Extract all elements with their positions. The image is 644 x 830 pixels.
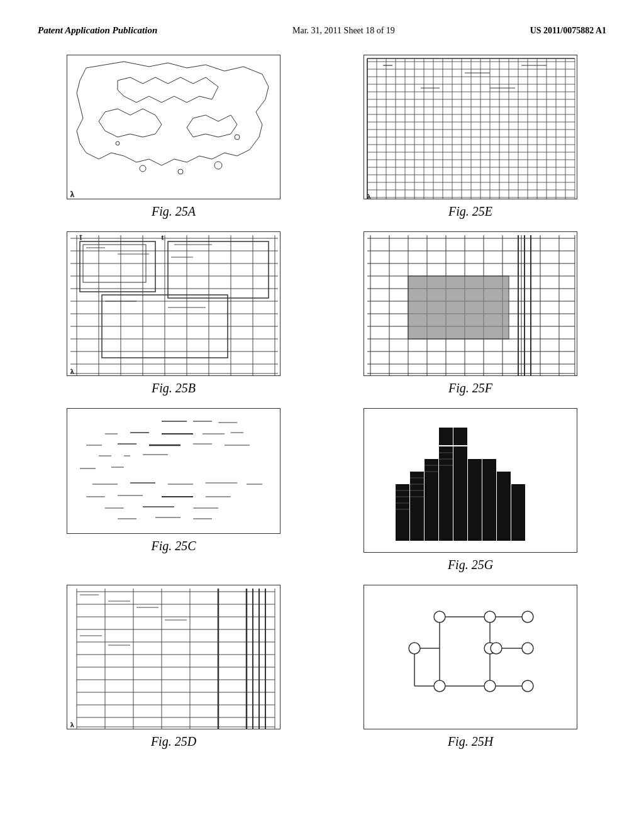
figure-25d-box: λ — [67, 585, 280, 729]
svg-text:λ: λ — [70, 721, 74, 728]
figure-25f-box — [364, 231, 577, 376]
figure-25c-container: Fig. 25C — [38, 408, 309, 572]
figure-25b-label: Fig. 25B — [152, 381, 196, 396]
svg-point-227 — [484, 680, 496, 692]
svg-rect-153 — [410, 472, 424, 541]
figure-25a-label: Fig. 25A — [152, 204, 196, 219]
svg-text:ī: ī — [79, 234, 82, 241]
figures-grid: λ Fig. 25A — [38, 55, 606, 749]
svg-point-219 — [434, 611, 445, 622]
figure-25d-label: Fig. 25D — [151, 734, 196, 749]
figure-25h-container: Fig. 25H — [335, 585, 606, 749]
svg-rect-159 — [497, 472, 511, 541]
svg-point-221 — [522, 611, 533, 622]
figure-25c-box — [67, 408, 280, 534]
figure-25b-container: ī t λ Fig. 25B — [38, 231, 309, 396]
svg-point-0 — [140, 165, 146, 172]
svg-point-224 — [491, 643, 502, 654]
figure-25f-container: Fig. 25F — [335, 231, 606, 396]
svg-point-225 — [522, 643, 533, 654]
svg-text:λ: λ — [367, 192, 371, 199]
svg-rect-78 — [80, 241, 155, 292]
figure-25e-box: λ — [364, 55, 577, 199]
svg-rect-162 — [453, 428, 467, 445]
figure-25a-container: λ Fig. 25A — [38, 55, 309, 219]
svg-rect-115 — [408, 276, 509, 339]
figure-25c-label: Fig. 25C — [151, 539, 196, 553]
svg-text:λ: λ — [70, 190, 74, 199]
svg-text:λ: λ — [70, 367, 74, 375]
svg-point-228 — [522, 680, 533, 692]
figure-25e-label: Fig. 25E — [448, 204, 492, 219]
figure-25h-box — [364, 585, 577, 729]
svg-point-222 — [409, 643, 420, 654]
svg-point-1 — [178, 169, 183, 174]
svg-rect-155 — [439, 446, 453, 541]
svg-rect-160 — [511, 484, 525, 541]
svg-text:t: t — [162, 234, 164, 241]
figure-25h-label: Fig. 25H — [448, 734, 493, 749]
svg-point-3 — [116, 141, 119, 145]
figure-25f-label: Fig. 25F — [448, 381, 492, 396]
figure-25g-box — [364, 408, 577, 553]
svg-point-226 — [434, 680, 445, 692]
header-left: Patent Application Publication — [38, 25, 157, 36]
svg-rect-158 — [482, 459, 496, 541]
header-center: Mar. 31, 2011 Sheet 18 of 19 — [292, 26, 395, 36]
svg-point-2 — [214, 162, 222, 169]
svg-rect-157 — [468, 459, 482, 541]
svg-rect-80 — [168, 241, 269, 298]
figure-25b-box: ī t λ — [67, 231, 280, 376]
figure-25e-container: λ Fig. 25E — [335, 55, 606, 219]
svg-rect-152 — [396, 484, 409, 541]
svg-point-4 — [235, 135, 240, 140]
figure-25g-container: Fig. 25G — [335, 408, 606, 572]
svg-rect-161 — [439, 428, 453, 445]
figure-25g-label: Fig. 25G — [448, 558, 493, 572]
figure-25a-box: λ — [67, 55, 280, 199]
page: Patent Application Publication Mar. 31, … — [0, 0, 644, 830]
header-right: US 2011/0075882 A1 — [530, 26, 606, 36]
svg-rect-156 — [453, 446, 467, 541]
page-header: Patent Application Publication Mar. 31, … — [38, 25, 606, 36]
svg-rect-154 — [425, 459, 438, 541]
figure-25d-container: λ Fig. 25D — [38, 585, 309, 749]
svg-point-220 — [484, 611, 496, 622]
